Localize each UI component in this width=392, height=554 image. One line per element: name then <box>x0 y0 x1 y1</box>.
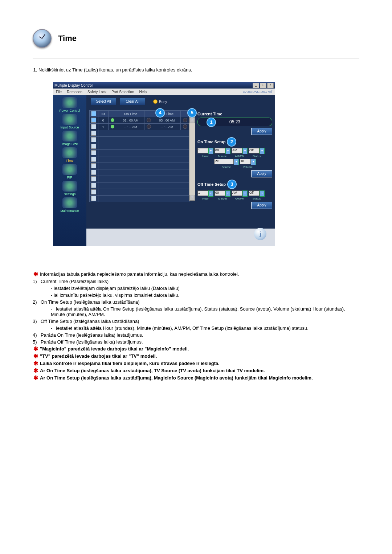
row0-check[interactable] <box>91 118 96 123</box>
sidebar-label-input: Input Source <box>60 126 79 129</box>
on-minute-label: Minute <box>218 155 227 158</box>
table-row[interactable]: 0 02 : 00 AM 03 : 00 AM <box>90 117 189 124</box>
apply-off-time-button[interactable]: Apply <box>251 202 272 209</box>
note-text: Parāda Off Time (izslēgšanas laika) iest… <box>41 339 359 345</box>
chevron-down-icon[interactable]: ▾ <box>260 148 265 154</box>
chevron-down-icon[interactable]: ▾ <box>242 148 248 154</box>
page-title: Time <box>58 34 77 43</box>
menu-help[interactable]: Help <box>139 90 147 94</box>
off-status-input[interactable]: Off <box>249 190 260 196</box>
star-icon: ✱ <box>33 346 38 352</box>
note-number: 2) <box>33 299 41 305</box>
chevron-down-icon[interactable]: ▾ <box>208 148 213 154</box>
row-check[interactable] <box>91 144 96 149</box>
row-check[interactable] <box>91 176 96 181</box>
window-title: Multiple Display Control <box>54 83 252 87</box>
row-check[interactable] <box>91 196 96 201</box>
clock-icon <box>33 29 52 48</box>
star-icon: ✱ <box>33 375 38 381</box>
select-all-button[interactable]: Select All <box>91 98 116 105</box>
menu-port-selection[interactable]: Port Selection <box>111 90 134 94</box>
instruction-1: Noklikšķiniet uz Time (Laiks) ikonas, un… <box>38 67 359 73</box>
callout-3: 3 <box>227 180 237 189</box>
chevron-down-icon[interactable]: ▾ <box>208 190 213 197</box>
row1-g2-icon <box>147 124 151 129</box>
image-size-icon <box>62 131 77 141</box>
off-minute-label: Minute <box>218 197 227 200</box>
row0-id: 0 <box>98 117 108 124</box>
callout-5: 5 <box>187 108 197 118</box>
row-check[interactable] <box>91 163 96 168</box>
on-ampm-label: AM/PM <box>235 155 244 158</box>
maximize-button[interactable]: □ <box>260 83 266 88</box>
on-volume-label: Volume <box>243 165 253 169</box>
star-icon: ✱ <box>33 271 38 277</box>
minimize-button[interactable]: _ <box>253 83 259 88</box>
apply-on-time-button[interactable]: Apply <box>251 170 272 177</box>
sidebar-item-pip[interactable]: PIP <box>62 164 77 179</box>
star-note: Ar On Time Setup (ieslēgšanas laika uzst… <box>40 368 359 374</box>
row1-g3-icon <box>183 124 187 129</box>
chevron-down-icon[interactable]: ▾ <box>225 190 230 197</box>
note-sub: - lai izmainītu pašreizējo laiku, vispir… <box>51 292 359 298</box>
off-minute-input[interactable]: 00 <box>215 190 225 196</box>
chevron-down-icon[interactable]: ▾ <box>234 159 239 165</box>
row-check[interactable] <box>91 157 96 162</box>
row-check[interactable] <box>91 131 96 136</box>
row-check[interactable] <box>91 183 96 188</box>
on-hour-input[interactable]: 1 <box>197 148 208 153</box>
star-icon: ✱ <box>33 360 38 366</box>
row-check[interactable] <box>91 170 96 175</box>
row1-g1-icon <box>111 125 114 128</box>
on-volume-input[interactable]: 10 <box>240 159 251 164</box>
scroll-up-icon[interactable]: ▲ <box>189 117 195 123</box>
menu-remocon[interactable]: Remocon <box>67 90 82 94</box>
off-ampm-input[interactable]: AM <box>232 190 242 196</box>
chevron-down-icon[interactable]: ▾ <box>260 190 265 197</box>
off-hour-label: Hour <box>202 197 208 200</box>
sidebar-item-power[interactable]: Power Control <box>59 97 80 112</box>
chevron-down-icon[interactable]: ▾ <box>242 190 248 197</box>
row-check[interactable] <box>91 150 96 155</box>
display-table: ID On Time Off Time 0 02 : 00 AM <box>89 110 189 202</box>
info-icon[interactable]: i <box>254 228 266 240</box>
on-ampm-input[interactable]: AM <box>232 148 242 153</box>
close-button[interactable]: × <box>267 83 274 88</box>
clear-all-button[interactable]: Clear All <box>120 98 145 105</box>
apply-current-time-button[interactable]: Apply <box>251 128 272 135</box>
row0-g2-icon <box>147 118 151 122</box>
current-time-title: Current Time <box>197 112 272 116</box>
table-row[interactable]: 1 -- : -- AM -- : -- AM <box>90 124 189 130</box>
star-icon: ✱ <box>33 368 38 374</box>
th-id: ID <box>98 111 108 117</box>
sidebar-item-input[interactable]: Input Source <box>60 114 79 129</box>
row0-g1-icon <box>111 118 114 122</box>
on-status-input[interactable]: Off <box>249 148 260 153</box>
time-icon <box>62 147 77 158</box>
star-notes: ✱"MagicInfo" paredzētā ievade darbojas t… <box>33 346 359 381</box>
note-number: 3) <box>33 319 41 324</box>
chevron-down-icon[interactable]: ▾ <box>225 148 230 154</box>
off-hour-input[interactable]: 1 <box>197 190 208 196</box>
row1-id: 1 <box>98 124 108 130</box>
menu-bar: File Remocon Safety Lock Port Selection … <box>53 89 275 95</box>
scroll-down-icon[interactable]: ▼ <box>189 195 195 201</box>
sidebar-item-time[interactable]: Time <box>62 147 77 163</box>
sidebar-item-settings[interactable]: Settings <box>62 181 77 196</box>
star-note: "MagicInfo" paredzētā ievade darbojas ti… <box>40 346 359 352</box>
divider <box>33 58 359 58</box>
note-intro: ✱ Informācijas tabula parāda nepieciešam… <box>33 271 359 277</box>
menu-file[interactable]: File <box>56 90 62 94</box>
on-source-input[interactable]: PC <box>214 159 234 164</box>
on-minute-input[interactable]: 00 <box>215 148 225 153</box>
th-check[interactable] <box>90 111 98 117</box>
table-scrollbar[interactable]: ▲ ▼ <box>189 117 195 201</box>
row-check[interactable] <box>91 189 96 194</box>
row1-check[interactable] <box>91 124 96 129</box>
sidebar-item-image[interactable]: Image Size <box>61 131 78 146</box>
row-check[interactable] <box>91 137 96 142</box>
menu-safety-lock[interactable]: Safety Lock <box>87 90 106 94</box>
sidebar-item-maintenance[interactable]: Maintenance <box>60 197 79 213</box>
busy-indicator: Busy <box>153 98 167 105</box>
chevron-down-icon[interactable]: ▾ <box>251 159 256 165</box>
